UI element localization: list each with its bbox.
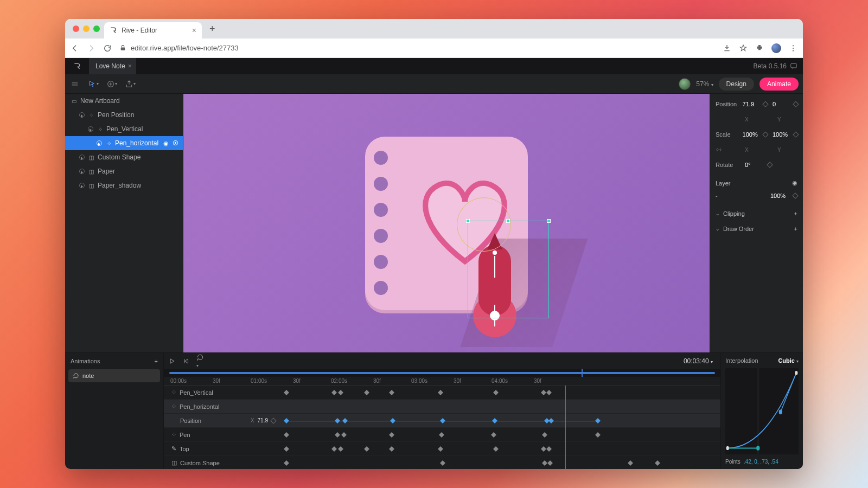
menu-icon[interactable] [789,44,797,53]
extensions-icon[interactable] [755,44,764,53]
clipping-section[interactable]: ⌄Clipping + [716,210,797,217]
scale-y-field[interactable]: 100% [773,131,794,138]
url-field[interactable]: editor.rive.app/file/love-note/27733 [119,44,715,52]
user-avatar-icon[interactable] [679,78,691,90]
rotate-field[interactable]: 0° [745,162,768,168]
address-bar: editor.rive.app/file/love-note/27733 [65,38,803,58]
tree-item-pen-vertical[interactable]: ⁘ Pen_Vertical [65,122,183,136]
animate-mode-button[interactable]: Animate [760,78,799,91]
profile-avatar-icon[interactable] [771,43,781,53]
shape-icon: ◫ [88,182,94,189]
keyframe-icon[interactable] [792,192,798,198]
visibility-icon[interactable]: ◉ [163,140,169,147]
tree-item-pen-horizontal[interactable]: ⁘ Pen_horizontal ⦿ ◉ [65,136,183,150]
add-icon[interactable]: + [794,210,797,217]
points-value[interactable]: .42, 0, .73, .54 [744,459,778,465]
add-tool-icon[interactable]: ▾ [106,79,117,89]
window-controls[interactable] [73,25,100,32]
scale-row: Scale 100% 100% [716,129,797,140]
position-x-field[interactable]: 71.9 [743,101,764,107]
tree-item-pen-position[interactable]: ⁘ Pen Position [65,108,183,122]
animations-list: Animations + note [65,353,164,469]
group-icon: ⁘ [97,126,103,132]
expand-icon[interactable] [88,126,93,132]
export-tool-icon[interactable]: ▾ [125,79,136,89]
close-window-icon[interactable] [73,25,79,32]
new-artboard-row[interactable]: ▭ New Artboard [65,94,183,108]
maximize-window-icon[interactable] [93,25,100,32]
keyframe-icon[interactable] [270,418,276,423]
new-tab-button[interactable]: + [206,23,219,35]
tree-label: Pen_horizontal [115,139,158,147]
tree-item-custom-shape[interactable]: ◫ Custom Shape [65,150,183,164]
arrow-tool-icon[interactable]: ▾ [88,79,99,89]
zoom-level[interactable]: 57% ▾ [696,80,713,88]
expand-icon[interactable] [79,155,85,160]
rotate-label: Rotate [716,162,745,168]
track-pen-horizontal[interactable]: ⁘Pen_horizontal [164,400,720,414]
position-x-value[interactable]: 71.9 [258,418,268,423]
link-scale-icon[interactable] [716,146,745,153]
expand-icon[interactable] [79,169,85,174]
design-mode-button[interactable]: Design [719,78,754,91]
timeline-panel: Animations + note ▾ 00:03:40 ▾ [65,352,803,469]
time-ruler[interactable]: 00:00s 30f 01:00s 30f 02:00s 30f 03:00s … [164,377,720,386]
opacity-field[interactable]: 100% [770,192,793,199]
menu-toggle-icon[interactable] [69,79,80,89]
star-icon[interactable] [739,44,748,53]
track-pen[interactable]: ⁘Pen [164,428,720,442]
position-y-field[interactable]: 0 [773,101,794,107]
canvas[interactable] [183,94,710,352]
feedback-icon[interactable] [790,62,797,70]
points-label: Points [725,459,741,465]
loop-mode-icon[interactable]: ▾ [196,354,204,369]
tree-item-paper-shadow[interactable]: ◫ Paper_shadow [65,178,183,192]
add-icon[interactable]: + [794,226,797,232]
browser-tabbar: Rive - Editor × + [65,19,803,38]
close-tab-icon[interactable]: × [192,26,196,35]
shape-icon: ◫ [88,168,94,175]
scale-x-field[interactable]: 100% [743,131,764,138]
keyframe-icon[interactable] [767,162,773,168]
expand-icon[interactable] [97,140,102,146]
scrubber[interactable] [164,369,720,377]
expand-icon[interactable] [79,112,85,118]
chevron-down-icon: ⌄ [716,226,720,232]
add-animation-icon[interactable]: + [155,358,158,364]
tree-item-paper[interactable]: ◫ Paper [65,164,183,178]
file-tab[interactable]: Love Note × [89,58,136,74]
track-top[interactable]: ✎Top [164,442,720,456]
interpolation-panel: Interpolation Cubic ▾ [720,353,803,469]
current-time[interactable]: 00:03:40 ▾ [684,357,713,365]
track-position[interactable]: Position X71.9 [164,414,720,428]
target-icon[interactable]: ⦿ [173,140,178,146]
draw-order-section[interactable]: ⌄Draw Order + [716,226,797,232]
tree-label: Paper [98,168,115,175]
interpolation-type-dropdown[interactable]: Cubic ▾ [778,357,799,364]
main-area: ▭ New Artboard ⁘ Pen Position ⁘ Pen_Vert… [65,94,803,352]
playhead[interactable] [565,386,566,469]
curve-editor[interactable] [725,368,799,454]
back-icon[interactable] [71,44,79,53]
play-icon[interactable] [168,357,176,365]
track-pen-vertical[interactable]: ⁘Pen_Vertical [164,386,720,400]
svg-rect-0 [121,47,125,50]
rive-logo-icon[interactable] [65,62,89,70]
to-start-icon[interactable] [182,357,190,365]
scale-label: Scale [716,131,743,138]
reload-icon[interactable] [103,44,112,53]
close-file-icon[interactable]: × [128,62,132,70]
selection-box[interactable] [468,221,549,318]
browser-tab[interactable]: Rive - Editor × [104,22,202,38]
browser-window: Rive - Editor × + editor.rive.app/file/l… [65,19,803,469]
minimize-window-icon[interactable] [83,25,90,32]
tree-label: Pen Position [98,111,134,119]
inspector-panel: Position 71.9 0 XY Scale 100% 100% XY [710,94,803,352]
group-icon: ⁘ [105,140,112,146]
visibility-icon[interactable]: ◉ [792,179,797,187]
expand-icon[interactable] [79,183,85,188]
forward-icon[interactable] [87,44,95,53]
animation-item[interactable]: note [68,369,160,382]
track-custom-shape[interactable]: ◫Custom Shape [164,456,720,469]
install-icon[interactable] [723,44,731,53]
